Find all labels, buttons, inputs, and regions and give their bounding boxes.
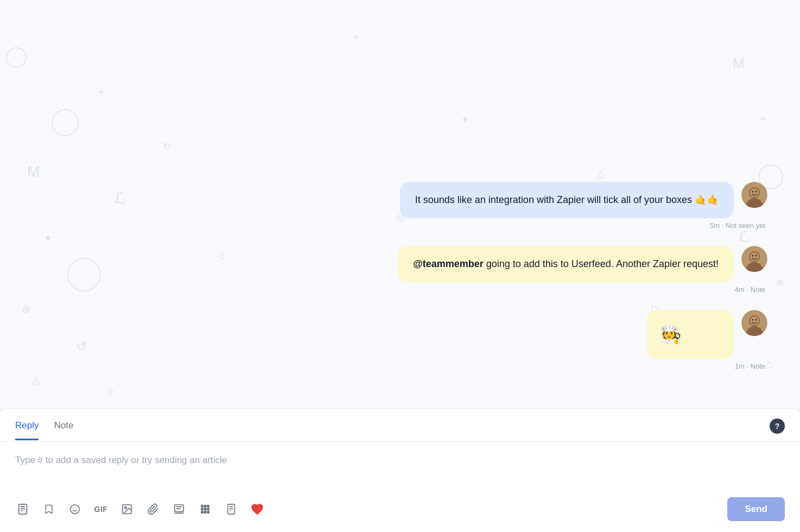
- svg-point-43: [755, 319, 757, 321]
- messages-container: It sounds like an integration with Zapie…: [0, 0, 800, 408]
- message-meta-1: 5m · Not seen yet: [710, 221, 767, 230]
- emoji-icon[interactable]: [67, 502, 82, 517]
- message-row-3: 🧑‍🍳: [647, 310, 767, 359]
- paperclip-icon[interactable]: [145, 502, 161, 517]
- message-emoji: 🧑‍🍳: [660, 321, 682, 347]
- bookmark-icon[interactable]: [41, 502, 56, 517]
- message-meta-3: 1m · Note: [735, 362, 767, 370]
- tab-note[interactable]: Note: [54, 420, 73, 440]
- reply-placeholder[interactable]: Type # to add a saved reply or try sendi…: [15, 455, 785, 466]
- tab-reply[interactable]: Reply: [15, 420, 39, 440]
- image-icon[interactable]: [119, 502, 135, 517]
- message-mention: @teammember: [413, 258, 484, 269]
- svg-point-60: [201, 508, 204, 510]
- svg-rect-53: [175, 505, 184, 512]
- message-group-1: It sounds like an integration with Zapie…: [22, 182, 767, 230]
- article-icon[interactable]: [224, 502, 239, 517]
- apps-icon[interactable]: [198, 502, 213, 517]
- svg-point-31: [755, 191, 757, 193]
- gif-icon[interactable]: GIF: [93, 502, 109, 517]
- avatar-3: [741, 310, 767, 336]
- svg-rect-44: [19, 504, 27, 514]
- svg-point-29: [750, 188, 759, 197]
- message-meta-2: 4m · Note: [735, 286, 767, 294]
- svg-point-59: [207, 505, 209, 508]
- send-button[interactable]: Send: [727, 497, 785, 521]
- svg-point-48: [71, 505, 80, 514]
- help-button[interactable]: ?: [770, 419, 785, 434]
- chat-area: M + ✦ ℒ ⊕ ↺ △ ▷ M + ℒ ⊕ ✦ △ + ◎ ✦ ↻ ◁ ◎ …: [0, 0, 800, 408]
- message-bubble-3: 🧑‍🍳: [647, 310, 734, 359]
- avatar-2: [741, 246, 767, 272]
- svg-point-61: [204, 508, 206, 510]
- svg-point-64: [204, 511, 206, 514]
- message-group-2: @teammember going to add this to Userfee…: [22, 246, 767, 294]
- message-bubble-2: @teammember going to add this to Userfee…: [398, 246, 734, 282]
- reply-toolbar: GIF: [0, 491, 800, 532]
- svg-point-62: [207, 508, 209, 510]
- svg-point-35: [750, 252, 759, 261]
- svg-point-57: [201, 505, 204, 508]
- message-row-2: @teammember going to add this to Userfee…: [398, 246, 767, 282]
- svg-point-41: [750, 316, 759, 325]
- svg-point-65: [207, 511, 209, 514]
- svg-point-42: [752, 319, 754, 321]
- document-icon[interactable]: [15, 502, 30, 517]
- message-row-1: It sounds like an integration with Zapie…: [400, 182, 767, 218]
- svg-point-52: [124, 506, 126, 509]
- svg-point-37: [755, 255, 757, 257]
- reply-input-area[interactable]: Type # to add a saved reply or try sendi…: [0, 442, 800, 491]
- svg-point-30: [752, 191, 754, 193]
- reply-box: Reply Note ? Type # to add a saved reply…: [0, 408, 800, 532]
- avatar-1: [741, 182, 767, 208]
- svg-point-63: [201, 511, 204, 514]
- svg-point-58: [204, 505, 206, 508]
- signature-icon[interactable]: [172, 502, 187, 517]
- message-bubble-1: It sounds like an integration with Zapie…: [400, 182, 734, 218]
- message-group-3: 🧑‍🍳 1m · Note: [22, 310, 767, 370]
- svg-point-36: [752, 255, 754, 257]
- reply-tabs: Reply Note ?: [0, 409, 800, 442]
- message-text-2: going to add this to Userfeed. Another Z…: [486, 258, 719, 269]
- svg-rect-66: [228, 504, 235, 514]
- heart-icon[interactable]: [250, 502, 265, 517]
- message-text-1: It sounds like an integration with Zapie…: [415, 194, 719, 205]
